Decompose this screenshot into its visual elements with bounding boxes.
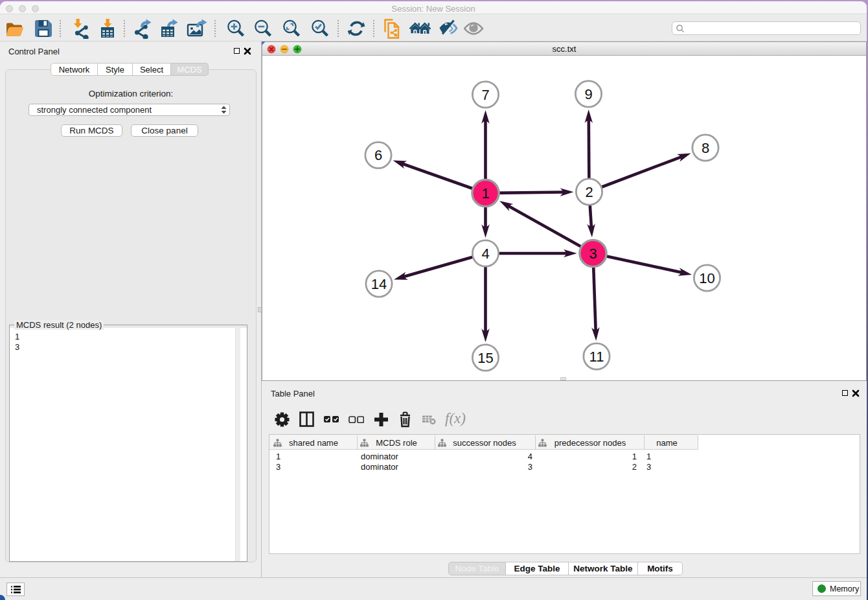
svg-text:15: 15: [477, 350, 493, 366]
svg-text:11: 11: [589, 349, 604, 365]
svg-text:4: 4: [481, 246, 489, 262]
svg-text:1: 1: [481, 185, 489, 202]
svg-text:9: 9: [584, 86, 592, 102]
svg-text:10: 10: [699, 270, 714, 286]
svg-text:7: 7: [481, 87, 489, 103]
svg-text:14: 14: [371, 276, 387, 292]
svg-text:8: 8: [702, 140, 709, 156]
svg-text:2: 2: [585, 184, 593, 200]
svg-text:6: 6: [374, 147, 382, 163]
svg-text:3: 3: [589, 246, 597, 262]
